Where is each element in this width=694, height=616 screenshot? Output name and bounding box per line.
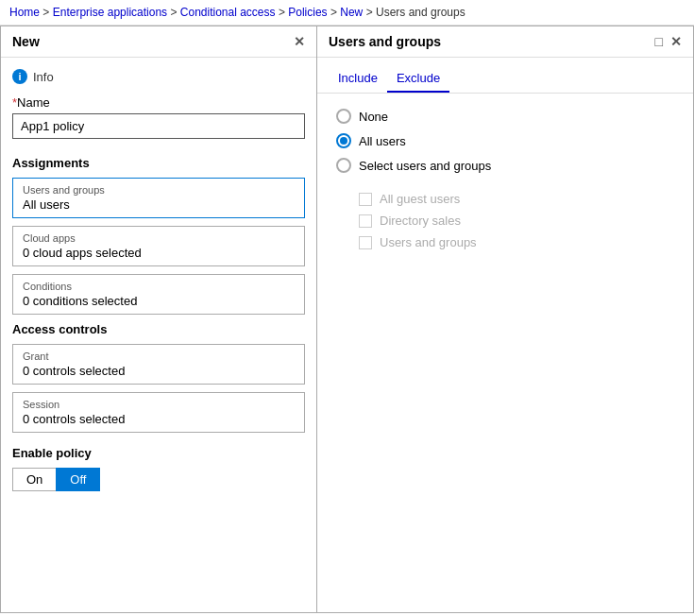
- checkbox-users-groups-label: Users and groups: [380, 235, 477, 249]
- users-groups-box[interactable]: Users and groups All users: [12, 178, 305, 218]
- info-icon: i: [12, 69, 27, 84]
- tab-include[interactable]: Include: [329, 65, 387, 93]
- right-panel-body: None All users Select users and groups A: [317, 94, 693, 612]
- conditions-box[interactable]: Conditions 0 conditions selected: [12, 274, 305, 315]
- checkbox-guest-item[interactable]: All guest users: [359, 192, 674, 206]
- enable-policy-label: Enable policy: [12, 446, 305, 460]
- radio-none-label: None: [359, 110, 388, 124]
- checkbox-users-groups-box: [359, 236, 372, 249]
- right-panel-header: Users and groups □ ✕: [317, 26, 693, 58]
- left-panel: New ✕ i Info Name Assignments Users and …: [1, 26, 317, 612]
- session-box-title: Session: [23, 399, 295, 410]
- left-panel-body: i Info Name Assignments Users and groups…: [1, 58, 316, 612]
- cloud-apps-box-value: 0 cloud apps selected: [23, 246, 295, 260]
- tab-bar: Include Exclude: [317, 58, 693, 94]
- checkbox-users-groups-item[interactable]: Users and groups: [359, 235, 674, 249]
- radio-none-circle: [336, 109, 351, 124]
- checkbox-directory-item[interactable]: Directory sales: [359, 214, 674, 228]
- left-panel-title: New: [12, 34, 40, 49]
- grant-box-title: Grant: [23, 351, 295, 362]
- maximize-icon[interactable]: □: [655, 34, 663, 49]
- radio-all-users-item[interactable]: All users: [336, 133, 674, 148]
- assignments-title: Assignments: [12, 156, 305, 170]
- checkbox-guest-label: All guest users: [380, 192, 460, 206]
- cloud-apps-box[interactable]: Cloud apps 0 cloud apps selected: [12, 226, 305, 266]
- tab-exclude[interactable]: Exclude: [387, 65, 449, 93]
- breadcrumb-policies[interactable]: Policies: [288, 6, 327, 19]
- radio-all-users-label: All users: [359, 134, 406, 148]
- right-panel-header-icons: □ ✕: [655, 34, 682, 49]
- radio-group: None All users Select users and groups: [336, 109, 674, 173]
- conditions-box-title: Conditions: [23, 281, 295, 292]
- right-panel-close-icon[interactable]: ✕: [670, 34, 682, 49]
- session-box[interactable]: Session 0 controls selected: [12, 392, 305, 433]
- checkbox-directory-box: [359, 214, 372, 228]
- users-groups-box-title: Users and groups: [23, 184, 295, 196]
- grant-box[interactable]: Grant 0 controls selected: [12, 344, 305, 385]
- breadcrumb-new[interactable]: New: [340, 6, 363, 19]
- session-box-value: 0 controls selected: [23, 412, 295, 426]
- sub-options: All guest users Directory sales Users an…: [359, 192, 674, 249]
- breadcrumb-enterprise[interactable]: Enterprise applications: [53, 6, 167, 19]
- radio-none-item[interactable]: None: [336, 109, 674, 124]
- main-container: New ✕ i Info Name Assignments Users and …: [0, 26, 694, 613]
- radio-select-circle: [336, 158, 351, 173]
- checkbox-directory-label: Directory sales: [380, 214, 461, 228]
- info-bar: i Info: [12, 69, 305, 84]
- radio-select-item[interactable]: Select users and groups: [336, 158, 674, 173]
- conditions-box-value: 0 conditions selected: [23, 294, 295, 308]
- access-controls-title: Access controls: [12, 322, 305, 336]
- radio-all-users-circle: [336, 133, 351, 148]
- toggle-off-button[interactable]: Off: [56, 468, 100, 491]
- breadcrumb-conditional-access[interactable]: Conditional access: [180, 6, 276, 19]
- name-label: Name: [12, 95, 305, 110]
- grant-box-value: 0 controls selected: [23, 364, 295, 378]
- users-groups-box-value: All users: [23, 197, 295, 212]
- right-panel: Users and groups □ ✕ Include Exclude Non…: [317, 26, 693, 612]
- right-panel-title: Users and groups: [329, 34, 441, 49]
- left-panel-close-icon[interactable]: ✕: [294, 34, 305, 49]
- toggle-group: On Off: [12, 468, 305, 491]
- radio-select-label: Select users and groups: [359, 159, 491, 173]
- enable-policy-section: Enable policy On Off: [12, 446, 305, 491]
- breadcrumb-current: Users and groups: [376, 6, 465, 19]
- policy-name-input[interactable]: [12, 113, 305, 139]
- info-label: Info: [33, 70, 54, 84]
- breadcrumb: Home > Enterprise applications > Conditi…: [0, 0, 694, 26]
- toggle-on-button[interactable]: On: [12, 468, 56, 491]
- checkbox-guest-box: [359, 193, 372, 206]
- cloud-apps-box-title: Cloud apps: [23, 232, 295, 244]
- left-panel-header: New ✕: [1, 26, 316, 58]
- breadcrumb-home[interactable]: Home: [9, 6, 40, 19]
